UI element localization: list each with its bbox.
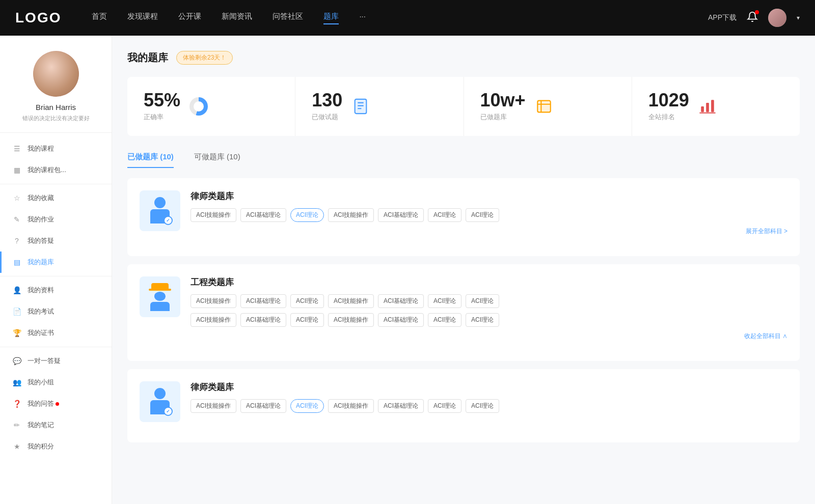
- tag-1-4[interactable]: ACI基础理论: [378, 294, 424, 308]
- dropdown-arrow[interactable]: ▾: [797, 14, 800, 21]
- tag-1r2-0[interactable]: ACI技能操作: [191, 313, 236, 327]
- tag-2-6[interactable]: ACI理论: [466, 399, 499, 413]
- logo[interactable]: LOGO: [15, 10, 61, 26]
- divider2: [0, 276, 112, 276]
- tag-2-4[interactable]: ACI基础理论: [378, 399, 424, 413]
- qa-icon: ❓: [12, 399, 21, 408]
- tag-1r2-4[interactable]: ACI基础理论: [378, 313, 424, 327]
- tag-0-4[interactable]: ACI基础理论: [378, 208, 424, 222]
- profile-section: Brian Harris 错误的决定比没有决定要好: [0, 51, 112, 133]
- profile-avatar: [33, 51, 79, 97]
- qbank-title-0: 律师类题库: [191, 190, 787, 202]
- collapse-link-1[interactable]: 收起全部科目 ∧: [191, 332, 787, 341]
- qbank-header-2: ✓ 律师类题库 ACI技能操作 ACI基础理论 ACI理论 ACI技能操作 AC…: [140, 381, 787, 422]
- notification-dot: [755, 10, 759, 14]
- nav-question-bank[interactable]: 题库: [323, 12, 339, 24]
- tab-done-banks[interactable]: 已做题库 (10): [127, 148, 184, 168]
- sidebar-item-notes[interactable]: ✏ 我的笔记: [0, 414, 112, 436]
- tag-0-2[interactable]: ACI理论: [290, 208, 324, 222]
- sidebar-item-ask[interactable]: ? 我的答疑: [0, 230, 112, 251]
- qbank-icon: ▤: [12, 258, 21, 267]
- sidebar-item-exam[interactable]: 📄 我的考试: [0, 301, 112, 322]
- sidebar-item-course-packages[interactable]: ▦ 我的课程包...: [0, 159, 112, 181]
- expand-link-0[interactable]: 展开全部科目 >: [191, 227, 787, 236]
- sidebar-item-homework[interactable]: ✎ 我的作业: [0, 209, 112, 230]
- person-head: [154, 197, 166, 208]
- tab-todo-banks[interactable]: 可做题库 (10): [194, 148, 251, 168]
- qbank-card-2: ✓ 律师类题库 ACI技能操作 ACI基础理论 ACI理论 ACI技能操作 AC…: [127, 369, 800, 442]
- sidebar-item-group[interactable]: 👥 我的小组: [0, 372, 112, 393]
- stats-row: 55% 正确率 130 已做试题: [127, 77, 800, 136]
- nav-discover[interactable]: 发现课程: [127, 12, 158, 24]
- tag-0-1[interactable]: ACI基础理论: [240, 208, 286, 222]
- main-content: 我的题库 体验剩余23天！ 55% 正确率 130 已做试题: [112, 36, 815, 504]
- ranking-label: 全站排名: [648, 113, 689, 122]
- page-header: 我的题库 体验剩余23天！: [127, 51, 800, 65]
- tag-1-2[interactable]: ACI理论: [290, 294, 324, 308]
- qbank-tags-1-row2: ACI技能操作 ACI基础理论 ACI理论 ACI技能操作 ACI基础理论 AC…: [191, 313, 787, 327]
- person-check: ✓: [164, 216, 173, 225]
- stat-done-banks: 10w+ 已做题库: [464, 77, 632, 136]
- nav-home[interactable]: 首页: [92, 12, 107, 24]
- tag-0-0[interactable]: ACI技能操作: [191, 208, 236, 222]
- tabs-row: 已做题库 (10) 可做题库 (10): [127, 148, 800, 168]
- tag-2-3[interactable]: ACI技能操作: [328, 399, 374, 413]
- avatar-image: [33, 51, 79, 97]
- points-icon: ★: [12, 442, 21, 451]
- qbank-content-0: 律师类题库 ACI技能操作 ACI基础理论 ACI理论 ACI技能操作 ACI基…: [191, 190, 787, 236]
- sidebar-item-certificate[interactable]: 🏆 我的证书: [0, 322, 112, 344]
- sidebar: Brian Harris 错误的决定比没有决定要好 ☰ 我的课程 ▦ 我的课程包…: [0, 36, 112, 504]
- bell-icon[interactable]: [747, 11, 758, 24]
- nav-open-course[interactable]: 公开课: [178, 12, 201, 24]
- tag-0-6[interactable]: ACI理论: [466, 208, 499, 222]
- sidebar-item-my-qa[interactable]: ❓ 我的问答: [0, 393, 112, 414]
- page-title: 我的题库: [127, 51, 168, 65]
- accuracy-label: 正确率: [144, 113, 180, 122]
- qbank-content-1: 工程类题库 ACI技能操作 ACI基础理论 ACI理论 ACI技能操作 ACI基…: [191, 276, 787, 341]
- tag-1r2-2[interactable]: ACI理论: [290, 313, 324, 327]
- homework-icon: ✎: [12, 215, 21, 224]
- sidebar-item-profile[interactable]: 👤 我的资料: [0, 279, 112, 301]
- qbank-icon-lawyer-2: ✓: [140, 381, 180, 422]
- qbank-icon-engineer: [140, 276, 180, 317]
- tag-0-5[interactable]: ACI理论: [428, 208, 461, 222]
- tag-1r2-6[interactable]: ACI理论: [466, 313, 499, 327]
- app-download-link[interactable]: APP下载: [708, 13, 737, 22]
- tag-1r2-5[interactable]: ACI理论: [428, 313, 461, 327]
- svg-rect-5: [537, 101, 551, 113]
- sidebar-item-my-courses[interactable]: ☰ 我的课程: [0, 138, 112, 159]
- profile-motto: 错误的决定比没有决定要好: [10, 115, 101, 122]
- sidebar-item-favorites[interactable]: ☆ 我的收藏: [0, 187, 112, 209]
- avatar[interactable]: [768, 9, 786, 27]
- tag-2-2[interactable]: ACI理论: [290, 399, 324, 413]
- stat-accuracy: 55% 正确率: [127, 77, 295, 136]
- sidebar-item-points[interactable]: ★ 我的积分: [0, 436, 112, 457]
- tag-1-1[interactable]: ACI基础理论: [240, 294, 286, 308]
- done-questions-number: 130: [312, 91, 342, 109]
- avatar-image: [768, 9, 786, 27]
- qbank-header-1: 工程类题库 ACI技能操作 ACI基础理论 ACI理论 ACI技能操作 ACI基…: [140, 276, 787, 341]
- qbank-title-2: 律师类题库: [191, 381, 787, 393]
- eng-body: [150, 302, 170, 311]
- divider3: [0, 347, 112, 347]
- sidebar-item-question-bank[interactable]: ▤ 我的题库: [0, 251, 112, 273]
- qbank-icon-lawyer-0: ✓: [140, 190, 180, 231]
- tag-0-3[interactable]: ACI技能操作: [328, 208, 374, 222]
- tag-1-6[interactable]: ACI理论: [466, 294, 499, 308]
- tag-2-5[interactable]: ACI理论: [428, 399, 461, 413]
- tag-2-0[interactable]: ACI技能操作: [191, 399, 236, 413]
- qbank-header-0: ✓ 律师类题库 ACI技能操作 ACI基础理论 ACI理论 ACI技能操作 AC…: [140, 190, 787, 236]
- tag-1-3[interactable]: ACI技能操作: [328, 294, 374, 308]
- nav-more[interactable]: ···: [359, 12, 366, 24]
- page-layout: Brian Harris 错误的决定比没有决定要好 ☰ 我的课程 ▦ 我的课程包…: [0, 36, 815, 504]
- nav-news[interactable]: 新闻资讯: [222, 12, 252, 24]
- tag-1-0[interactable]: ACI技能操作: [191, 294, 236, 308]
- tag-2-1[interactable]: ACI基础理论: [240, 399, 286, 413]
- sidebar-item-one-on-one[interactable]: 💬 一对一答疑: [0, 350, 112, 372]
- nav-qa[interactable]: 问答社区: [273, 12, 303, 24]
- tag-1r2-1[interactable]: ACI基础理论: [240, 313, 286, 327]
- tag-1-5[interactable]: ACI理论: [428, 294, 461, 308]
- divider1: [0, 184, 112, 184]
- tag-1r2-3[interactable]: ACI技能操作: [328, 313, 374, 327]
- qbank-card-0: ✓ 律师类题库 ACI技能操作 ACI基础理论 ACI理论 ACI技能操作 AC…: [127, 178, 800, 256]
